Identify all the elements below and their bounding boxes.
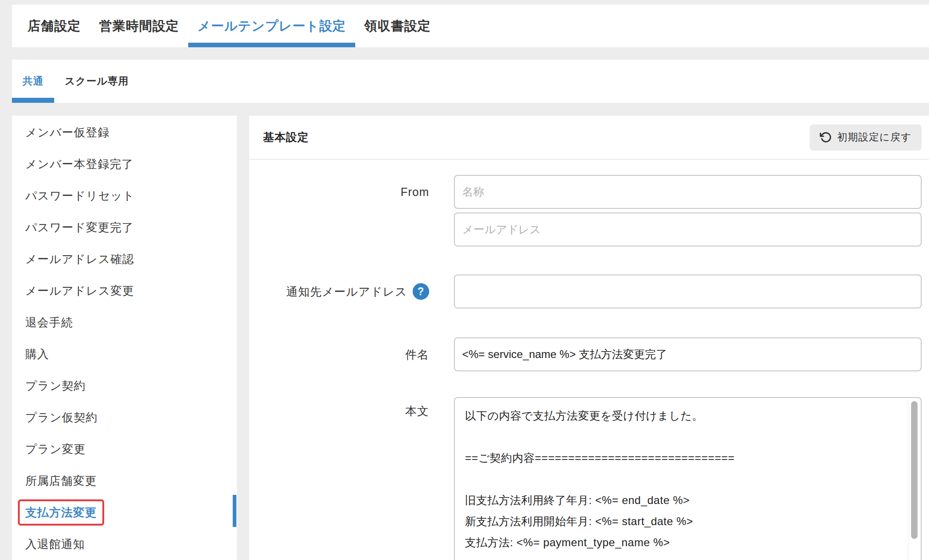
subject-row: 件名: [249, 337, 929, 371]
sidebar-item-label: パスワード変更完了: [25, 220, 134, 235]
main-tabs: 店舗設定営業時間設定メールテンプレート設定領収書設定: [12, 5, 929, 47]
sidebar-item-label: 所属店舗変更: [25, 473, 97, 488]
reset-button-label: 初期設定に戻す: [837, 130, 912, 144]
body-scrollbar-track[interactable]: [908, 400, 920, 560]
sidebar-scrollbar-thumb[interactable]: [233, 495, 236, 527]
reset-to-default-button[interactable]: 初期設定に戻す: [810, 124, 922, 151]
sidebar-item-label: パスワードリセット: [25, 188, 135, 203]
sidebar-item-label: メンバー仮登録: [25, 125, 110, 140]
sidebar-item[interactable]: プラン変更: [12, 433, 237, 465]
sidebar-item-label: メールアドレス確認: [25, 252, 134, 267]
from-row: From: [249, 175, 929, 246]
subtab-1[interactable]: 共通: [12, 60, 54, 103]
tab-2[interactable]: 営業時間設定: [90, 5, 188, 47]
body-label: 本文: [249, 397, 429, 419]
basic-settings-form: From 通知先メールアドレス ? 件名 本文: [249, 160, 929, 560]
sidebar-item[interactable]: メンバー本登録完了: [12, 148, 237, 180]
sidebar-list: メンバー仮登録メンバー本登録完了パスワードリセットパスワード変更完了メールアドレ…: [12, 117, 237, 560]
subject-label: 件名: [249, 337, 429, 371]
sidebar-item[interactable]: プラン契約: [12, 370, 237, 402]
sidebar-item[interactable]: パスワード変更完了: [12, 212, 237, 243]
tab-1[interactable]: 店舗設定: [18, 5, 90, 47]
notify-label-wrap: 通知先メールアドレス ?: [249, 274, 429, 308]
section-header: 基本設定 初期設定に戻す: [249, 116, 929, 160]
sidebar-item-label: プラン変更: [25, 442, 86, 457]
from-email-input[interactable]: [454, 213, 922, 246]
subtab-2[interactable]: スクール専用: [54, 60, 140, 103]
notify-label: 通知先メールアドレス: [286, 284, 407, 299]
tab-3[interactable]: メールテンプレート設定: [188, 5, 355, 47]
sidebar-item[interactable]: 所属店舗変更: [12, 465, 237, 497]
sidebar-item[interactable]: プラン仮契約: [12, 402, 237, 433]
sidebar-item[interactable]: メンバー仮登録: [12, 117, 237, 148]
sidebar-item-label: プラン仮契約: [25, 410, 98, 425]
subject-input[interactable]: [454, 337, 922, 371]
from-label: From: [249, 175, 429, 209]
notify-email-input[interactable]: [454, 274, 922, 308]
body-scrollbar-thumb[interactable]: [911, 401, 918, 539]
section-title: 基本設定: [263, 130, 309, 145]
body-textarea[interactable]: 以下の内容で支払方法変更を受け付けました。 ==ご契約内容===========…: [454, 397, 922, 560]
sidebar-item[interactable]: 購入: [12, 338, 237, 370]
sidebar-item-label: メンバー本登録完了: [25, 157, 134, 172]
sidebar-item-label: 支払方法変更: [18, 499, 104, 526]
body-textarea-content: 以下の内容で支払方法変更を受け付けました。 ==ご契約内容===========…: [465, 405, 900, 553]
tab-4[interactable]: 領収書設定: [355, 5, 440, 47]
template-editor-panel: 基本設定 初期設定に戻す From 通知先メールアドレス ?: [249, 116, 929, 560]
from-name-input[interactable]: [454, 175, 922, 209]
undo-icon: [820, 131, 832, 143]
sidebar-item[interactable]: 入退館通知: [12, 528, 237, 560]
notify-row: 通知先メールアドレス ?: [249, 274, 929, 308]
body-row: 本文 以下の内容で支払方法変更を受け付けました。 ==ご契約内容========…: [249, 397, 929, 560]
sidebar-item-label: 入退館通知: [25, 537, 85, 552]
sub-tabs: 共通スクール専用: [12, 60, 929, 103]
help-icon[interactable]: ?: [413, 283, 429, 300]
sidebar-item[interactable]: メールアドレス変更: [12, 275, 237, 307]
template-sidebar: メンバー仮登録メンバー本登録完了パスワードリセットパスワード変更完了メールアドレ…: [12, 116, 237, 560]
sidebar-item-label: メールアドレス変更: [25, 283, 134, 298]
sidebar-item[interactable]: メールアドレス確認: [12, 243, 237, 275]
sidebar-item[interactable]: 退会手続: [12, 307, 237, 338]
sidebar-item-label: プラン契約: [25, 378, 86, 393]
sidebar-item-label: 退会手続: [25, 315, 73, 330]
sidebar-item[interactable]: パスワードリセット: [12, 180, 237, 212]
sidebar-item[interactable]: 支払方法変更: [12, 497, 237, 528]
sidebar-item-label: 購入: [25, 347, 49, 362]
